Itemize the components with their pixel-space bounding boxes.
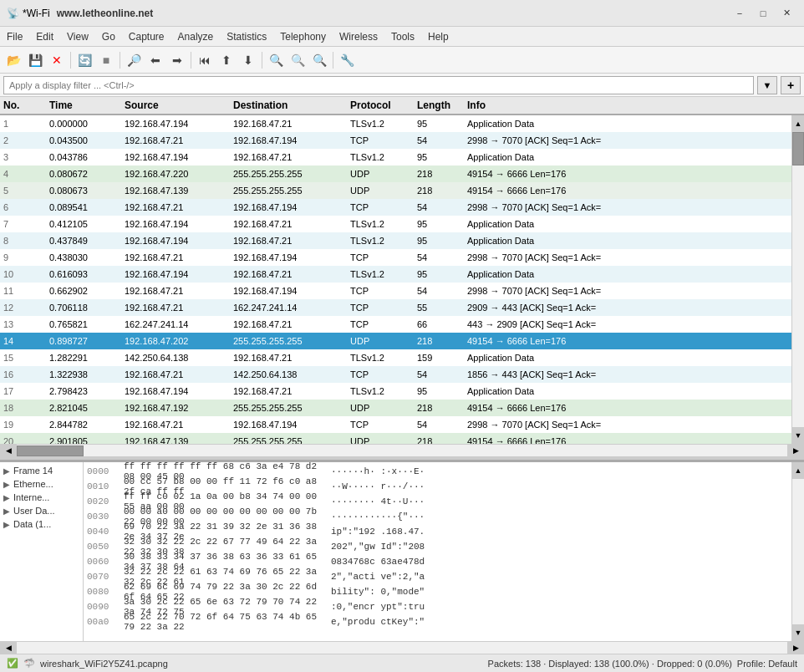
table-row[interactable]: 3 0.043786 192.168.47.194 192.168.47.21 … bbox=[0, 149, 791, 165]
cell-len: 218 bbox=[414, 186, 464, 196]
toolbar-zoom-reset[interactable]: 🔍 bbox=[309, 50, 329, 70]
table-row[interactable]: 11 0.662902 192.168.47.21 192.168.47.194… bbox=[0, 283, 791, 299]
detail-item[interactable]: ▶Etherne... bbox=[0, 477, 83, 491]
table-row[interactable]: 13 0.765821 162.247.241.14 192.168.47.21… bbox=[0, 316, 791, 333]
bottom-h-scroll-right[interactable]: ▶ bbox=[787, 642, 804, 654]
cell-no: 17 bbox=[0, 386, 46, 396]
detail-item[interactable]: ▶Frame 14 bbox=[0, 464, 83, 477]
table-row[interactable]: 4 0.080672 192.168.47.220 255.255.255.25… bbox=[0, 165, 791, 182]
filter-bookmark[interactable]: ▼ bbox=[757, 76, 777, 94]
detail-item[interactable]: ▶Data (1... bbox=[0, 517, 83, 531]
cell-proto: TCP bbox=[347, 252, 414, 262]
table-row[interactable]: 8 0.437849 192.168.47.194 192.168.47.21 … bbox=[0, 232, 791, 249]
h-scroll-right[interactable]: ▶ bbox=[787, 445, 804, 456]
col-header-proto: Protocol bbox=[347, 99, 414, 111]
table-row[interactable]: 18 2.821045 192.168.47.192 255.255.255.2… bbox=[0, 400, 791, 416]
table-row[interactable]: 7 0.412105 192.168.47.194 192.168.47.21 … bbox=[0, 216, 791, 232]
cell-len: 54 bbox=[414, 286, 464, 296]
detail-item[interactable]: ▶User Da... bbox=[0, 504, 83, 517]
close-button[interactable]: ✕ bbox=[776, 5, 797, 22]
scroll-up[interactable]: ▲ bbox=[792, 115, 804, 132]
cell-proto: TLSv1.2 bbox=[347, 236, 414, 246]
menu-item-help[interactable]: Help bbox=[421, 27, 455, 46]
menu-item-statistics[interactable]: Statistics bbox=[220, 27, 273, 46]
table-row[interactable]: 10 0.616093 192.168.47.194 192.168.47.21… bbox=[0, 266, 791, 283]
detail-arrow: ▶ bbox=[3, 480, 10, 489]
bottom-h-scrollbar[interactable]: ◀ ▶ bbox=[0, 641, 804, 654]
filter-input[interactable] bbox=[3, 76, 754, 94]
table-row[interactable]: 9 0.438030 192.168.47.21 192.168.47.194 … bbox=[0, 249, 791, 266]
menu-item-edit[interactable]: Edit bbox=[29, 27, 60, 46]
menu-item-capture[interactable]: Capture bbox=[122, 27, 171, 46]
toolbar-back[interactable]: ⬅ bbox=[145, 50, 165, 70]
cell-time: 2.844782 bbox=[46, 420, 121, 430]
menu-item-telephony[interactable]: Telephony bbox=[273, 27, 333, 46]
menu-item-analyze[interactable]: Analyze bbox=[171, 27, 221, 46]
bottom-h-scroll-left[interactable]: ◀ bbox=[0, 642, 17, 654]
table-row[interactable]: 14 0.898727 192.168.47.202 255.255.255.2… bbox=[0, 333, 791, 349]
minimize-button[interactable]: − bbox=[729, 5, 751, 22]
detail-arrow: ▶ bbox=[3, 520, 10, 529]
hex-panel[interactable]: 0000 ff ff ff ff ff ff 68 c6 3a e4 78 d2… bbox=[84, 462, 791, 641]
toolbar-reload[interactable]: 🔄 bbox=[74, 50, 94, 70]
col-header-dst: Destination bbox=[230, 99, 347, 111]
cell-dst: 162.247.241.14 bbox=[230, 303, 347, 313]
col-header-info: Info bbox=[464, 99, 791, 111]
hex-scroll-down[interactable]: ▼ bbox=[792, 624, 804, 641]
cell-dst: 192.168.47.194 bbox=[230, 252, 347, 262]
h-scrollbar[interactable]: ◀ ▶ bbox=[0, 444, 804, 456]
menu-item-go[interactable]: Go bbox=[95, 27, 122, 46]
filter-add[interactable]: + bbox=[781, 76, 801, 94]
toolbar-first[interactable]: ⏮ bbox=[195, 50, 215, 70]
cell-dst: 192.168.47.21 bbox=[230, 152, 347, 162]
cell-time: 0.089541 bbox=[46, 202, 121, 212]
table-row[interactable]: 20 2.901805 192.168.47.139 255.255.255.2… bbox=[0, 433, 791, 444]
cell-dst: 192.168.47.21 bbox=[230, 386, 347, 396]
toolbar-zoom-in[interactable]: 🔍 bbox=[266, 50, 286, 70]
table-row[interactable]: 2 0.043500 192.168.47.21 192.168.47.194 … bbox=[0, 132, 791, 149]
menu-item-tools[interactable]: Tools bbox=[384, 27, 421, 46]
detail-item[interactable]: ▶Interne... bbox=[0, 491, 83, 504]
table-row[interactable]: 16 1.322938 192.168.47.21 142.250.64.138… bbox=[0, 366, 791, 383]
cell-time: 0.706118 bbox=[46, 303, 121, 313]
table-row[interactable]: 17 2.798423 192.168.47.194 192.168.47.21… bbox=[0, 383, 791, 400]
table-row[interactable]: 6 0.089541 192.168.47.21 192.168.47.194 … bbox=[0, 199, 791, 216]
scroll-down[interactable]: ▼ bbox=[792, 427, 804, 444]
detail-arrow: ▶ bbox=[3, 507, 10, 516]
table-row[interactable]: 19 2.844782 192.168.47.21 192.168.47.194… bbox=[0, 416, 791, 433]
cell-src: 142.250.64.138 bbox=[121, 353, 230, 363]
h-scroll-left[interactable]: ◀ bbox=[0, 445, 17, 456]
toolbar-open[interactable]: 📂 bbox=[3, 50, 23, 70]
toolbar-down[interactable]: ⬇ bbox=[238, 50, 258, 70]
table-row[interactable]: 1 0.000000 192.168.47.194 192.168.47.21 … bbox=[0, 115, 791, 132]
cell-len: 54 bbox=[414, 369, 464, 379]
packet-list[interactable]: 1 0.000000 192.168.47.194 192.168.47.21 … bbox=[0, 115, 791, 444]
toolbar-forward[interactable]: ➡ bbox=[167, 50, 187, 70]
cell-no: 14 bbox=[0, 336, 46, 346]
toolbar-up[interactable]: ⬆ bbox=[216, 50, 237, 70]
detail-panel: ▶Frame 14▶Etherne...▶Interne...▶User Da.… bbox=[0, 462, 84, 641]
toolbar-settings[interactable]: 🔧 bbox=[337, 50, 357, 70]
hex-ascii: ······h· :·x···E· bbox=[331, 466, 425, 476]
toolbar-filter[interactable]: 🔎 bbox=[124, 50, 144, 70]
scroll-thumb[interactable] bbox=[792, 132, 804, 165]
toolbar-save[interactable]: 💾 bbox=[25, 50, 45, 70]
hex-offset: 0070 bbox=[87, 572, 117, 582]
toolbar-close[interactable]: ✕ bbox=[47, 50, 67, 70]
menu-item-wireless[interactable]: Wireless bbox=[333, 27, 384, 46]
toolbar-zoom-out[interactable]: 🔍 bbox=[288, 50, 308, 70]
cell-dst: 192.168.47.194 bbox=[230, 420, 347, 430]
menu-item-view[interactable]: View bbox=[60, 27, 95, 46]
hex-offset: 0040 bbox=[87, 527, 117, 537]
cell-time: 0.080672 bbox=[46, 169, 121, 179]
hex-scroll-up[interactable]: ▲ bbox=[792, 462, 804, 479]
cell-no: 3 bbox=[0, 152, 46, 162]
menu-item-file[interactable]: File bbox=[0, 27, 29, 46]
maximize-button[interactable]: □ bbox=[752, 5, 774, 22]
toolbar-stop[interactable]: ■ bbox=[96, 50, 116, 70]
table-row[interactable]: 5 0.080673 192.168.47.139 255.255.255.25… bbox=[0, 182, 791, 199]
table-row[interactable]: 15 1.282291 142.250.64.138 192.168.47.21… bbox=[0, 349, 791, 366]
table-row[interactable]: 12 0.706118 192.168.47.21 162.247.241.14… bbox=[0, 299, 791, 316]
h-scroll-thumb[interactable] bbox=[17, 445, 84, 456]
cell-info: 2909 → 443 [ACK] Seq=1 Ack= bbox=[464, 303, 791, 313]
